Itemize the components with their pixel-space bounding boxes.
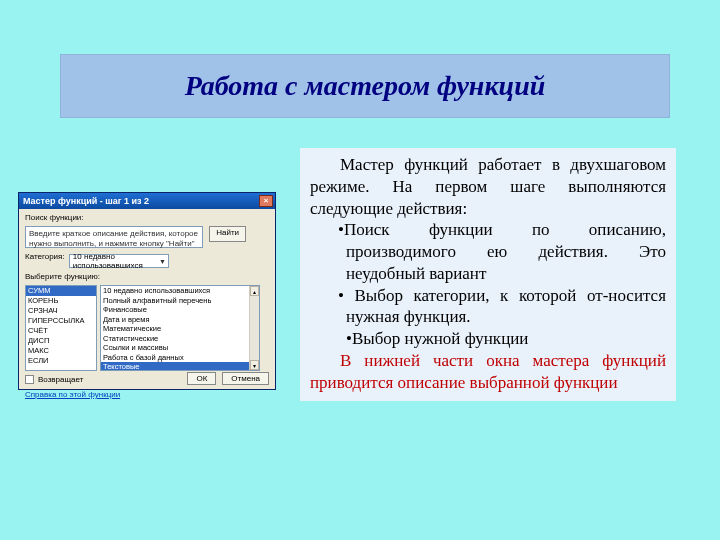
list-item[interactable]: Статистические bbox=[101, 334, 259, 344]
help-link[interactable]: Справка по этой функции bbox=[25, 390, 120, 399]
scroll-down-icon[interactable]: ▾ bbox=[250, 360, 259, 370]
list-item[interactable]: Математические bbox=[101, 324, 259, 334]
list-item[interactable]: Дата и время bbox=[101, 315, 259, 325]
list-item[interactable]: СЧЁТ bbox=[26, 326, 96, 336]
list-item[interactable]: СРЗНАЧ bbox=[26, 306, 96, 316]
search-label: Поиск функции: bbox=[25, 213, 84, 222]
bullet-item: •Поиск функции по описанию, производимог… bbox=[310, 219, 666, 284]
page-title: Работа с мастером функций bbox=[185, 70, 546, 102]
scroll-thumb[interactable] bbox=[250, 296, 259, 360]
list-item[interactable]: 10 недавно использовавшихся bbox=[101, 286, 259, 296]
footer-paragraph: В нижней части окна мастера функций прив… bbox=[310, 350, 666, 394]
ok-button[interactable]: ОК bbox=[187, 372, 216, 385]
scrollbar[interactable]: ▴ ▾ bbox=[249, 286, 259, 370]
scroll-up-icon[interactable]: ▴ bbox=[250, 286, 259, 296]
dialog-titlebar: Мастер функций - шаг 1 из 2 × bbox=[19, 193, 275, 209]
function-listbox[interactable]: СУММ КОРЕНЬ СРЗНАЧ ГИПЕРССЫЛКА СЧЁТ ДИСП… bbox=[25, 285, 97, 371]
cancel-button[interactable]: Отмена bbox=[222, 372, 269, 385]
list-item[interactable]: ЕСЛИ bbox=[26, 356, 96, 366]
hint-text: Возвращает bbox=[38, 375, 83, 384]
list-item[interactable]: Полный алфавитный перечень bbox=[101, 296, 259, 306]
paragraph: Мастер функций работает в двухшаговом ре… bbox=[310, 154, 666, 219]
category-select[interactable]: 10 недавно использовавшихся ▼ bbox=[69, 254, 169, 268]
category-label: Категория: bbox=[25, 252, 65, 261]
title-banner: Работа с мастером функций bbox=[60, 54, 670, 118]
list-item[interactable]: Работа с базой данных bbox=[101, 353, 259, 363]
list-item[interactable]: СУММ bbox=[26, 286, 96, 296]
search-input[interactable]: Введите краткое описание действия, котор… bbox=[25, 226, 203, 248]
find-button[interactable]: Найти bbox=[209, 226, 246, 242]
list-item[interactable]: МАКС bbox=[26, 346, 96, 356]
checkbox-icon[interactable] bbox=[25, 375, 34, 384]
bullet-item: • Выбор категории, к которой от-носится … bbox=[310, 285, 666, 329]
list-item[interactable]: Текстовые bbox=[101, 362, 259, 371]
category-listbox[interactable]: 10 недавно использовавшихся Полный алфав… bbox=[100, 285, 260, 371]
chevron-down-icon: ▼ bbox=[159, 258, 166, 265]
dialog-title-text: Мастер функций - шаг 1 из 2 bbox=[23, 196, 149, 206]
dialog-body: Поиск функции: Введите краткое описание … bbox=[19, 209, 275, 403]
list-item[interactable]: Ссылки и массивы bbox=[101, 343, 259, 353]
list-item[interactable]: Финансовые bbox=[101, 305, 259, 315]
list-item[interactable]: КОРЕНЬ bbox=[26, 296, 96, 306]
bullet-item: •Выбор нужной функции bbox=[310, 328, 666, 350]
list-item[interactable]: ДИСП bbox=[26, 336, 96, 346]
category-value: 10 недавно использовавшихся bbox=[73, 252, 159, 270]
function-wizard-dialog: Мастер функций - шаг 1 из 2 × Поиск функ… bbox=[18, 192, 276, 390]
function-list-label: Выберите функцию: bbox=[25, 272, 100, 281]
close-icon[interactable]: × bbox=[259, 195, 273, 207]
description-text: Мастер функций работает в двухшаговом ре… bbox=[300, 148, 676, 401]
list-item[interactable]: ГИПЕРССЫЛКА bbox=[26, 316, 96, 326]
